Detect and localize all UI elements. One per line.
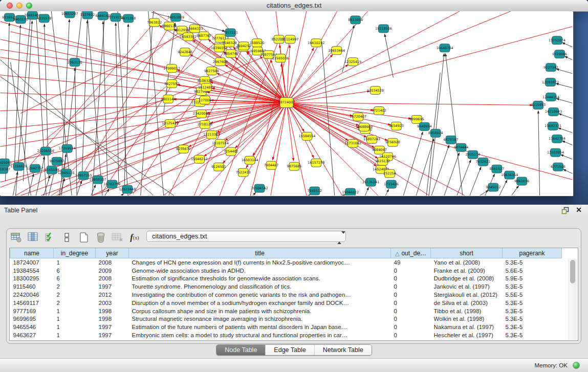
table-row[interactable]: 977716911998Corpus callosum shape and si…: [10, 307, 562, 315]
column-header-pagerank[interactable]: pagerank: [503, 248, 562, 258]
column-header-short[interactable]: short: [431, 248, 503, 258]
network-node-label: 11642784: [549, 137, 565, 141]
column-header-out_de[interactable]: △out_de…: [391, 248, 431, 258]
table-row[interactable]: 946362711997Embryonic stem cells: a mode…: [10, 331, 562, 339]
network-canvas[interactable]: 1872400785220571588520914682188547492967…: [0, 11, 573, 195]
network-node-label: 4035578: [37, 16, 52, 20]
network-node-label: 9474444: [454, 145, 469, 149]
table-row[interactable]: 1830029562008Estimation of significance …: [10, 275, 562, 283]
table-row[interactable]: 911546021997Tourette syndrome. Phenomeno…: [10, 282, 562, 291]
network-node-label: 8958924: [428, 131, 443, 135]
table-scrollbar-thumb[interactable]: [570, 260, 575, 283]
network-node-label: 15720407: [350, 115, 366, 119]
network-node-label: 8235671: [176, 147, 191, 151]
network-node-label: 15584554: [298, 134, 315, 138]
window-titlebar[interactable]: citations_edges.txt: [0, 0, 588, 12]
table-row[interactable]: 1938455462009Genome-wide association stu…: [10, 267, 562, 275]
network-node-label: 12034528: [367, 89, 384, 93]
table-tabs: Node TableEdge TableNetwork Table: [216, 344, 372, 356]
delete-column-icon[interactable]: [94, 231, 107, 244]
network-node-label: 20206556: [37, 149, 54, 153]
network-node-label: 3919387: [0, 167, 10, 171]
table-settings-icon[interactable]: [10, 231, 23, 244]
table-select-dropdown[interactable]: citations_edges.txt: [146, 231, 346, 242]
network-node-label: 15046211: [191, 157, 208, 161]
network-node-label: 21114997: [282, 37, 299, 41]
network-node-label: 9975887: [50, 159, 64, 163]
network-node-label: 15666325: [186, 27, 203, 31]
network-node-label: 20504142: [251, 186, 268, 190]
table-toolbar: f(x): [10, 230, 145, 245]
desktop-background: citations_edges.txt 18724007852205715885…: [0, 0, 588, 205]
column-header-in_degree[interactable]: in_degree: [54, 248, 96, 258]
network-node-label: 16610232: [308, 41, 324, 45]
column-header-title[interactable]: title: [129, 248, 391, 258]
delete-table-icon[interactable]: [111, 231, 124, 244]
network-node-label: 15046822: [342, 190, 359, 194]
network-node-label: 2718126: [198, 122, 212, 126]
network-node-label: 12103054: [547, 150, 564, 155]
row-height-icon[interactable]: [60, 231, 74, 244]
float-panel-icon[interactable]: [561, 207, 570, 214]
network-node-label: 16648784: [437, 46, 453, 50]
network-node-label: 9227342: [543, 65, 558, 70]
network-node-label: 7254402: [224, 149, 238, 154]
network-node-label: 11156829: [10, 164, 27, 168]
function-builder-icon[interactable]: f(x): [128, 231, 141, 244]
tab-network-table[interactable]: Network Table: [314, 345, 372, 355]
network-node-label: 12942757: [27, 166, 43, 170]
status-bar: Memory: OK: [0, 358, 588, 372]
network-node-label: 7857223: [223, 31, 238, 35]
network-node-label: 9242848: [178, 50, 192, 54]
network-node-label: 1733426: [384, 182, 399, 186]
network-node-label: 1527602: [80, 13, 95, 17]
network-node-label: 4671358: [121, 16, 136, 20]
table-row[interactable]: 1872400712008Changes of HCN gene express…: [10, 258, 562, 267]
network-node-label: 11731062: [344, 141, 361, 145]
network-view-window[interactable]: citations_edges.txt 18724007852205715885…: [0, 0, 574, 196]
network-node-label: 8960128: [162, 24, 177, 28]
table-row[interactable]: 1456911722003Disruption of a novel membe…: [10, 299, 562, 307]
network-node-label: 9875685: [287, 164, 302, 168]
show-columns-icon[interactable]: [27, 231, 40, 244]
network-node-label: 8505061: [0, 161, 12, 165]
network-node-label: 7963822: [147, 20, 162, 25]
table-panel-title: Table Panel: [4, 207, 37, 214]
network-node-label: 2063130: [68, 60, 82, 64]
network-node-label: 9640954: [417, 124, 432, 128]
window-title: citations_edges.txt: [0, 2, 588, 9]
tab-edge-table[interactable]: Edge Table: [265, 345, 314, 355]
network-node-label: 1588520: [250, 41, 265, 45]
memory-status-icon[interactable]: [573, 362, 580, 369]
network-node-label: 7845512: [307, 189, 322, 193]
network-node-label: 9861036: [514, 179, 529, 183]
tab-node-table[interactable]: Node Table: [216, 345, 265, 355]
table-scrollbar[interactable]: [569, 259, 577, 340]
network-node-label: 16782759: [103, 182, 120, 186]
network-node-label: 15692331: [545, 124, 561, 128]
table-container: f(x) citations_edges.txt namein_degreeye…: [6, 228, 581, 344]
network-node-label: 16503144: [242, 158, 258, 162]
network-node-label: 16210643: [545, 110, 562, 114]
network-node-label: 8561527: [489, 167, 504, 171]
network-node-label: 117006: [199, 98, 211, 102]
network-node-label: 1545194: [45, 168, 59, 172]
table-row[interactable]: 2242004622012Investigating the contribut…: [10, 291, 562, 299]
network-node-label: 15807243: [363, 137, 380, 141]
close-icon[interactable]: ✕: [576, 206, 582, 214]
table-tabs-row: Node TableEdge TableNetwork Table: [0, 344, 588, 356]
network-node-label: 17999012: [163, 67, 180, 71]
network-node-label: 3215953: [531, 103, 546, 107]
network-node-label: 2935114: [466, 152, 481, 157]
network-svg: 1872400785220571588520914682188547492967…: [0, 11, 573, 195]
column-header-name[interactable]: name: [10, 248, 54, 258]
select-columns-icon[interactable]: [43, 231, 57, 244]
network-node-label: 8687767: [197, 34, 211, 38]
table-row[interactable]: 969969511998Structural magnetic resonanc…: [10, 315, 562, 323]
column-header-year[interactable]: year: [96, 248, 129, 258]
node-table[interactable]: namein_degreeyeartitle△out_de…shortpager…: [9, 248, 578, 341]
table-row[interactable]: 946554611997Estimation of the future num…: [10, 323, 562, 331]
new-column-icon[interactable]: [77, 231, 91, 244]
network-node-label: 8403178: [13, 17, 28, 21]
network-node-label: 1615132: [375, 159, 390, 163]
